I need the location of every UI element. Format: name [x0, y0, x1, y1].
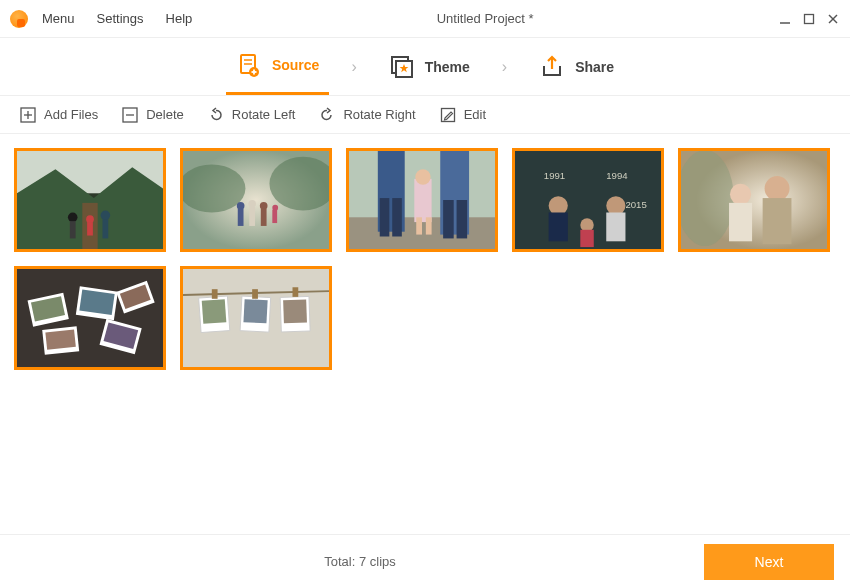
svg-rect-44 — [414, 179, 431, 222]
svg-rect-1 — [805, 14, 814, 23]
svg-rect-36 — [261, 209, 267, 226]
svg-rect-84 — [243, 299, 267, 323]
svg-point-65 — [765, 176, 790, 201]
edit-icon — [440, 107, 456, 123]
step-share-label: Share — [575, 59, 614, 75]
step-theme-label: Theme — [425, 59, 470, 75]
svg-rect-60 — [606, 212, 625, 241]
menu-settings[interactable]: Settings — [97, 11, 144, 26]
svg-point-24 — [86, 215, 94, 223]
svg-rect-38 — [272, 210, 277, 223]
app-logo-icon — [10, 10, 28, 28]
svg-rect-73 — [45, 329, 75, 349]
main-menu: Menu Settings Help — [42, 11, 192, 26]
svg-point-22 — [68, 212, 78, 222]
clip-thumbnail[interactable] — [14, 148, 166, 252]
clip-thumbnail[interactable] — [180, 266, 332, 370]
rotate-left-button[interactable]: Rotate Left — [208, 107, 296, 123]
next-button[interactable]: Next — [704, 544, 834, 580]
edit-button[interactable]: Edit — [440, 107, 486, 123]
svg-text:1991: 1991 — [544, 170, 565, 181]
clip-thumbnail[interactable] — [14, 266, 166, 370]
clip-thumbnail[interactable] — [180, 148, 332, 252]
svg-point-57 — [580, 218, 593, 231]
edit-label: Edit — [464, 107, 486, 122]
svg-rect-88 — [293, 287, 299, 297]
theme-icon — [389, 54, 415, 80]
source-icon — [236, 52, 262, 78]
rotate-right-button[interactable]: Rotate Right — [319, 107, 415, 123]
clip-grid: 199119942015 — [0, 134, 850, 534]
delete-button[interactable]: Delete — [122, 107, 184, 123]
svg-rect-66 — [763, 198, 792, 244]
svg-rect-27 — [102, 219, 108, 238]
svg-rect-46 — [416, 217, 422, 234]
svg-rect-42 — [380, 198, 390, 236]
close-button[interactable] — [826, 12, 840, 26]
svg-point-35 — [260, 202, 268, 210]
add-files-button[interactable]: Add Files — [20, 107, 98, 123]
clip-count-status: Total: 7 clips — [16, 554, 704, 569]
clip-thumbnail[interactable] — [678, 148, 830, 252]
step-theme[interactable]: Theme — [379, 38, 480, 95]
svg-rect-64 — [729, 203, 752, 241]
footer: Total: 7 clips Next — [0, 534, 850, 588]
step-source-label: Source — [272, 57, 319, 73]
step-navigation: Source › Theme › Share — [0, 38, 850, 96]
svg-rect-34 — [249, 207, 255, 226]
svg-rect-23 — [70, 221, 76, 238]
clip-thumbnail[interactable] — [346, 148, 498, 252]
rotate-right-label: Rotate Right — [343, 107, 415, 122]
svg-rect-85 — [252, 289, 258, 299]
rotate-left-icon — [208, 107, 224, 123]
plus-icon — [20, 107, 36, 123]
minus-icon — [122, 107, 138, 123]
svg-rect-82 — [212, 289, 218, 299]
titlebar: Menu Settings Help Untitled Project * — [0, 0, 850, 38]
svg-point-33 — [248, 200, 256, 208]
menu-menu[interactable]: Menu — [42, 11, 75, 26]
share-icon — [539, 54, 565, 80]
add-files-label: Add Files — [44, 107, 98, 122]
svg-rect-47 — [426, 217, 432, 234]
svg-point-45 — [415, 169, 430, 184]
toolbar: Add Files Delete Rotate Left Rotate Righ… — [0, 96, 850, 134]
svg-rect-50 — [457, 200, 468, 238]
chevron-right-icon: › — [498, 58, 511, 76]
chevron-right-icon: › — [347, 58, 360, 76]
svg-point-63 — [730, 184, 751, 205]
window-controls — [778, 12, 840, 26]
rotate-left-label: Rotate Left — [232, 107, 296, 122]
svg-point-26 — [101, 211, 111, 221]
svg-rect-56 — [549, 212, 568, 241]
svg-rect-71 — [79, 290, 114, 315]
svg-text:1994: 1994 — [606, 170, 628, 181]
svg-rect-58 — [580, 230, 593, 247]
svg-text:2015: 2015 — [625, 199, 646, 210]
minimize-button[interactable] — [778, 12, 792, 26]
step-share[interactable]: Share — [529, 38, 624, 95]
clip-thumbnail[interactable]: 199119942015 — [512, 148, 664, 252]
svg-rect-87 — [283, 299, 307, 323]
svg-rect-43 — [392, 198, 402, 236]
svg-rect-49 — [443, 200, 454, 238]
app-window: Menu Settings Help Untitled Project * So… — [0, 0, 850, 588]
svg-rect-81 — [202, 299, 227, 324]
svg-rect-32 — [238, 209, 244, 226]
rotate-right-icon — [319, 107, 335, 123]
svg-rect-25 — [87, 222, 93, 235]
menu-help[interactable]: Help — [166, 11, 193, 26]
step-source[interactable]: Source — [226, 38, 329, 95]
svg-point-31 — [237, 202, 245, 210]
delete-label: Delete — [146, 107, 184, 122]
maximize-button[interactable] — [802, 12, 816, 26]
project-title: Untitled Project * — [192, 11, 778, 26]
